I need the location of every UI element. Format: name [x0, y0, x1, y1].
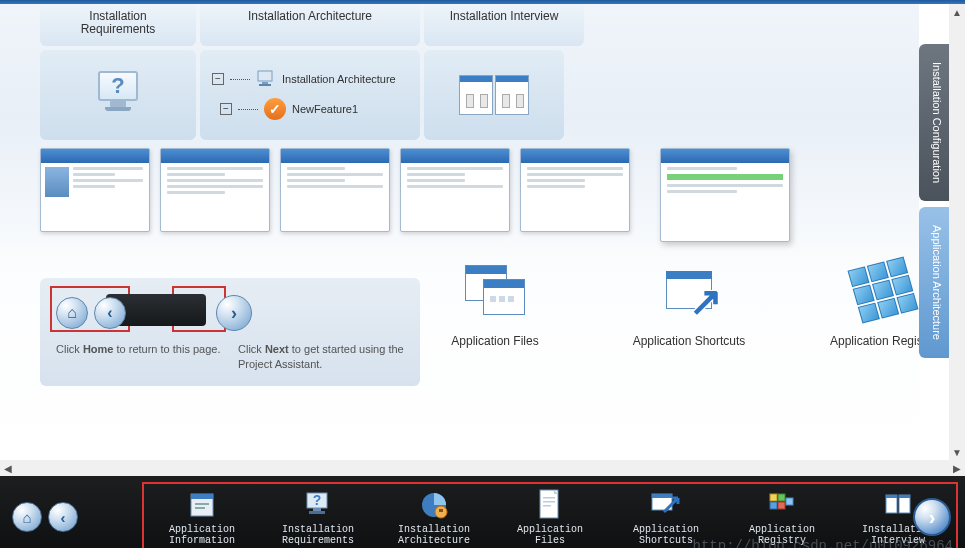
tab-requirements[interactable]: Installation Requirements [40, 4, 196, 46]
bottom-bar: ⌂ ‹ Application Information?Installation… [0, 476, 965, 548]
collapse-icon[interactable]: − [212, 73, 224, 85]
bottom-item-label: Installation Architecture [386, 524, 482, 547]
svg-rect-8 [313, 508, 321, 511]
side-tabs: Installation Configuration Application A… [919, 4, 949, 460]
mid-app-files[interactable]: Application Files [420, 250, 570, 348]
tree-root[interactable]: − Installation Architecture [212, 70, 396, 88]
svg-rect-14 [540, 490, 558, 518]
bottom-item-inst-arch[interactable]: Installation Architecture [386, 488, 482, 547]
dialog-thumb-6[interactable] [660, 148, 790, 242]
mid-app-label: Application Files [420, 334, 570, 348]
svg-rect-22 [770, 502, 777, 509]
tree-child[interactable]: − ✓ NewFeature1 [220, 98, 358, 120]
svg-rect-20 [770, 494, 777, 501]
app-files-icon [502, 488, 598, 522]
side-tab-configuration[interactable]: Installation Configuration [919, 44, 949, 201]
top-tabs: Installation Requirements Installation A… [40, 4, 909, 46]
bottom-next-button[interactable]: › [913, 498, 951, 536]
svg-rect-16 [543, 501, 555, 503]
inst-req-icon: ? [270, 488, 366, 522]
svg-rect-9 [309, 511, 325, 514]
svg-rect-4 [191, 494, 213, 499]
home-button[interactable]: ⌂ [56, 297, 88, 329]
bottom-item-label: Application Shortcuts [618, 524, 714, 547]
pc-icon [256, 70, 276, 88]
scroll-left-icon[interactable]: ◀ [0, 463, 16, 474]
bottom-item-app-info[interactable]: Application Information [154, 488, 250, 547]
bottom-item-inst-req[interactable]: ?Installation Requirements [270, 488, 366, 547]
mid-app-label: Application Registry [808, 334, 919, 348]
next-caption: Click Next to get started using the Proj… [238, 342, 404, 372]
dialog-thumbnails [40, 148, 909, 238]
svg-rect-5 [195, 503, 209, 505]
svg-rect-19 [652, 494, 672, 498]
svg-text:?: ? [313, 492, 322, 508]
bottom-item-label: Application Registry [734, 524, 830, 547]
registry-icon [847, 257, 918, 324]
bottom-items: Application Information?Installation Req… [142, 482, 958, 549]
tree-connector [238, 109, 258, 110]
bottom-item-label: Application Information [154, 524, 250, 547]
mid-app-shortcuts[interactable]: ↗ Application Shortcuts [614, 250, 764, 348]
tree-child-label: NewFeature1 [292, 103, 358, 115]
svg-rect-6 [195, 507, 205, 509]
mid-app-icons: Application Files ↗ Application Shortcut… [420, 250, 919, 348]
bottom-item-app-shortcuts[interactable]: Application Shortcuts [618, 488, 714, 547]
next-button[interactable]: › [216, 295, 252, 331]
interview-cell[interactable] [424, 50, 564, 140]
svg-rect-24 [786, 498, 793, 505]
app-shortcuts-icon [618, 488, 714, 522]
dialog-thumb-5[interactable] [520, 148, 630, 232]
svg-rect-23 [778, 502, 785, 509]
monitor-question-icon: ? [94, 71, 142, 119]
shortcut-icon: ↗ [666, 271, 712, 309]
svg-rect-17 [543, 505, 551, 507]
app-info-icon [154, 488, 250, 522]
dialog-thumb-4[interactable] [400, 148, 510, 232]
content-panel: Installation Requirements Installation A… [0, 4, 919, 460]
bottom-item-app-registry[interactable]: Application Registry [734, 488, 830, 547]
tab-interview[interactable]: Installation Interview [424, 4, 584, 46]
dialog-thumb-3[interactable] [280, 148, 390, 232]
tree-root-label: Installation Architecture [282, 73, 396, 85]
dialog-thumb-1[interactable] [40, 148, 150, 232]
requirements-cell[interactable]: ? [40, 50, 196, 140]
bottom-item-label: Application Files [502, 524, 598, 547]
architecture-cell[interactable]: − Installation Architecture − ✓ NewFeatu… [200, 50, 420, 140]
feature-check-icon: ✓ [264, 98, 286, 120]
home-caption: Click Home to return to this page. [56, 342, 222, 372]
mid-app-registry[interactable]: Application Registry [808, 250, 919, 348]
horizontal-scrollbar[interactable]: ◀ ▶ [0, 460, 965, 476]
svg-rect-13 [439, 509, 443, 512]
svg-rect-0 [258, 71, 272, 81]
svg-rect-15 [543, 497, 555, 499]
collapse-icon[interactable]: − [220, 103, 232, 115]
bottom-nav-left: ⌂ ‹ [12, 502, 78, 532]
nav-help-strip: ⌂ ‹ › Click Home to return to this page.… [40, 278, 420, 386]
tab-architecture[interactable]: Installation Architecture [200, 4, 420, 46]
inst-arch-icon [386, 488, 482, 522]
scroll-right-icon[interactable]: ▶ [949, 463, 965, 474]
panel-pair-icon [459, 75, 529, 115]
bottom-item-app-files[interactable]: Application Files [502, 488, 598, 547]
svg-rect-2 [259, 84, 271, 86]
files-icon [465, 265, 525, 315]
tree-connector [230, 79, 250, 80]
svg-rect-1 [262, 82, 268, 84]
vertical-scrollbar[interactable]: ▲ ▼ [949, 4, 965, 460]
svg-rect-21 [778, 494, 785, 501]
bottom-home-button[interactable]: ⌂ [12, 502, 42, 532]
main-area: Installation Requirements Installation A… [0, 4, 965, 460]
bottom-back-button[interactable]: ‹ [48, 502, 78, 532]
mid-app-label: Application Shortcuts [614, 334, 764, 348]
app-registry-icon [734, 488, 830, 522]
side-tab-architecture[interactable]: Application Architecture [919, 207, 949, 358]
scroll-up-icon[interactable]: ▲ [949, 4, 965, 20]
tab-content-row: ? − Installation Architecture − [40, 50, 909, 140]
dialog-thumb-2[interactable] [160, 148, 270, 232]
scroll-down-icon[interactable]: ▼ [949, 444, 965, 460]
bottom-item-label: Installation Requirements [270, 524, 366, 547]
svg-rect-26 [886, 495, 897, 498]
svg-rect-28 [899, 495, 910, 498]
